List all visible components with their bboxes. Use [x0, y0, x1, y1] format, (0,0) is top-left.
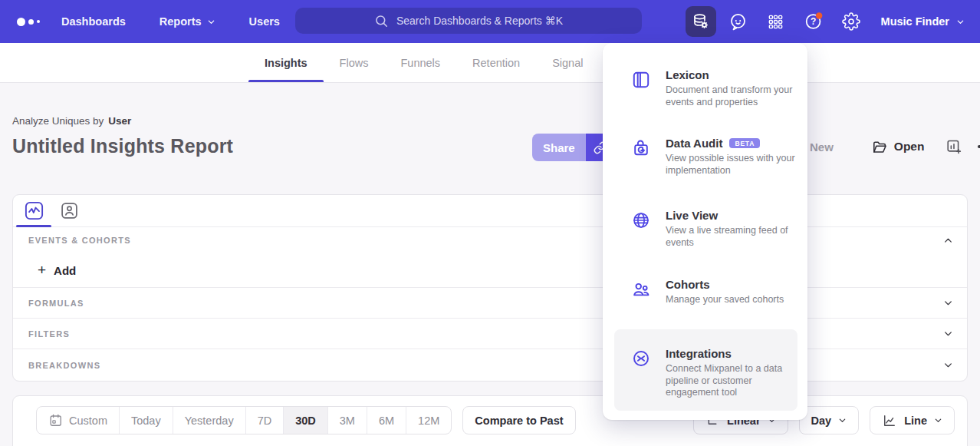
- chevron-down-icon: [956, 18, 965, 26]
- menu-item-lexicon[interactable]: Lexicon Document and transform your even…: [603, 68, 807, 108]
- report-actions: New Open: [810, 138, 968, 155]
- beta-badge: BETA: [729, 138, 760, 149]
- tab-label: Signal: [552, 57, 583, 69]
- range-30d[interactable]: 30D: [284, 407, 328, 434]
- mixpanel-logo[interactable]: [17, 18, 48, 26]
- add-to-board-button[interactable]: [945, 138, 962, 155]
- profiles-tab-icon: [61, 202, 78, 220]
- more-icon: [976, 143, 980, 150]
- tab-label: Flows: [340, 57, 369, 69]
- builder-tabs: [13, 195, 967, 227]
- chevron-down-icon[interactable]: [943, 298, 953, 308]
- tab-events-metrics[interactable]: [24, 201, 44, 221]
- add-event-button[interactable]: + Add: [38, 264, 76, 277]
- menu-item-live-view[interactable]: Live View View a live streaming feed of …: [603, 209, 807, 249]
- svg-text:?: ?: [810, 16, 815, 27]
- tab-label: Retention: [472, 57, 520, 69]
- range-label: 3M: [340, 415, 355, 427]
- interval-dropdown[interactable]: Day: [799, 406, 860, 434]
- share-button[interactable]: Share: [532, 134, 586, 161]
- share-label: Share: [543, 141, 575, 154]
- open-report-button[interactable]: Open: [872, 139, 925, 155]
- date-range-segmented-control: Custom Today Yesterday 7D 30D 3M 6M 12M: [36, 406, 452, 434]
- notification-dot: [815, 12, 821, 18]
- data-management-button[interactable]: [686, 6, 716, 37]
- menu-item-integrations[interactable]: Integrations Connect Mixpanel to a data …: [603, 347, 807, 399]
- filters-section-header[interactable]: FILTERS: [13, 319, 967, 349]
- range-label: 7D: [258, 415, 272, 427]
- apps-grid-icon: [767, 13, 784, 31]
- chevron-down-icon: [838, 416, 847, 425]
- range-yesterday[interactable]: Yesterday: [173, 407, 246, 434]
- top-bar: Dashboards Reports Users Search Dashboar…: [0, 0, 980, 43]
- menu-item-cohorts[interactable]: Cohorts Manage your saved cohorts: [603, 278, 807, 306]
- range-label: 30D: [295, 415, 316, 427]
- tab-label: Funnels: [400, 57, 440, 69]
- interval-label: Day: [811, 415, 832, 427]
- integrations-icon: [631, 349, 651, 368]
- range-12m[interactable]: 12M: [406, 407, 451, 434]
- page-title[interactable]: Untitled Insights Report: [12, 135, 233, 157]
- chevron-down-icon[interactable]: [943, 329, 953, 339]
- more-options-button[interactable]: [976, 143, 980, 150]
- new-report-button[interactable]: New: [810, 140, 834, 154]
- filters-header-label: FILTERS: [28, 329, 70, 339]
- nav-dashboards-label: Dashboards: [61, 15, 126, 28]
- tab-signal[interactable]: Signal: [536, 43, 599, 82]
- menu-item-title: Lexicon: [666, 68, 709, 81]
- range-label: Custom: [69, 415, 107, 427]
- formulas-section-header[interactable]: FORMULAS: [13, 288, 967, 319]
- subtitle-prefix: Analyze Uniques by: [12, 115, 104, 127]
- search-input[interactable]: Search Dashboards & Reports ⌘K: [295, 8, 642, 34]
- menu-item-title: Cohorts: [666, 278, 710, 291]
- chevron-down-icon[interactable]: [943, 360, 953, 370]
- subtitle-value[interactable]: User: [108, 115, 131, 127]
- menu-item-description: Manage your saved cohorts: [666, 294, 802, 306]
- nav-dashboards[interactable]: Dashboards: [61, 15, 126, 28]
- range-6m[interactable]: 6M: [367, 407, 406, 434]
- range-custom[interactable]: Custom: [37, 407, 120, 434]
- events-add-row: + Add: [13, 253, 967, 288]
- tab-flows[interactable]: Flows: [324, 43, 385, 82]
- project-switcher[interactable]: Music Finder: [881, 15, 965, 28]
- apps-grid-button[interactable]: [761, 6, 791, 37]
- range-label: Yesterday: [185, 415, 234, 427]
- search-icon: [374, 14, 389, 28]
- tab-insights[interactable]: Insights: [248, 43, 324, 82]
- data-management-icon: [691, 12, 710, 31]
- feedback-icon: [728, 12, 748, 31]
- nav-reports-label: Reports: [159, 15, 202, 28]
- nav-reports[interactable]: Reports: [159, 15, 215, 28]
- help-button[interactable]: ?: [798, 6, 829, 37]
- feedback-button[interactable]: [723, 6, 754, 37]
- range-3m[interactable]: 3M: [328, 407, 367, 434]
- report-tab-bar: Insights Flows Funnels Retention Signal …: [0, 43, 980, 83]
- menu-item-description: Connect Mixpanel to a data pipeline or c…: [666, 363, 802, 399]
- project-name: Music Finder: [881, 15, 949, 28]
- events-section-header[interactable]: EVENTS & COHORTS: [13, 227, 967, 253]
- range-7d[interactable]: 7D: [246, 407, 284, 434]
- tab-retention[interactable]: Retention: [456, 43, 536, 82]
- line-chart-icon: [882, 413, 897, 428]
- plus-icon: +: [38, 263, 46, 277]
- range-label: 12M: [418, 415, 439, 427]
- tab-funnels[interactable]: Funnels: [384, 43, 456, 82]
- chevron-up-icon[interactable]: [943, 236, 953, 246]
- compare-to-past-button[interactable]: Compare to Past: [462, 406, 575, 434]
- menu-item-data-audit[interactable]: Data Audit BETA View possible issues wit…: [603, 137, 807, 177]
- range-label: Today: [131, 415, 161, 427]
- menu-item-title: Live View: [666, 209, 718, 222]
- tab-profiles[interactable]: [59, 201, 79, 221]
- settings-button[interactable]: [836, 6, 867, 37]
- nav-users-label: Users: [249, 15, 280, 28]
- range-label: 6M: [379, 415, 394, 427]
- chart-type-dropdown[interactable]: Line: [870, 406, 955, 434]
- menu-item-title: Integrations: [666, 347, 732, 360]
- top-nav: Dashboards Reports Users: [61, 15, 280, 28]
- breakdowns-section-header[interactable]: BREAKDOWNS: [13, 349, 967, 381]
- breakdowns-header-label: BREAKDOWNS: [28, 361, 100, 370]
- range-today[interactable]: Today: [120, 407, 173, 434]
- nav-users[interactable]: Users: [249, 15, 280, 28]
- top-bar-icons: ? Music Finder: [686, 0, 980, 43]
- compare-label: Compare to Past: [475, 415, 563, 427]
